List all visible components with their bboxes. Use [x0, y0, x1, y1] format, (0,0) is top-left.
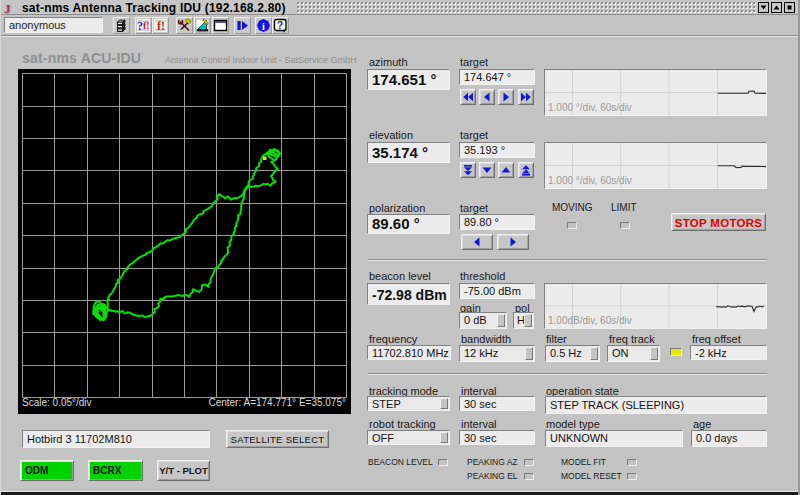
svg-text:1.00dB/div, 60s/div: 1.00dB/div, 60s/div [548, 315, 632, 326]
svg-text:f!: f! [143, 20, 150, 31]
svg-text:Center: A=174.771° E=35.075°: Center: A=174.771° E=35.075° [208, 397, 346, 408]
svg-text:?: ? [277, 19, 283, 31]
svg-text:1.000 °/div, 60s/div: 1.000 °/div, 60s/div [548, 102, 632, 113]
svg-text:Scale: 0.05°/div: Scale: 0.05°/div [22, 397, 92, 408]
svg-text:i: i [262, 21, 265, 32]
svg-text:1.000 °/div, 60s/div: 1.000 °/div, 60s/div [548, 175, 632, 186]
svg-text:f!: f! [157, 19, 165, 33]
